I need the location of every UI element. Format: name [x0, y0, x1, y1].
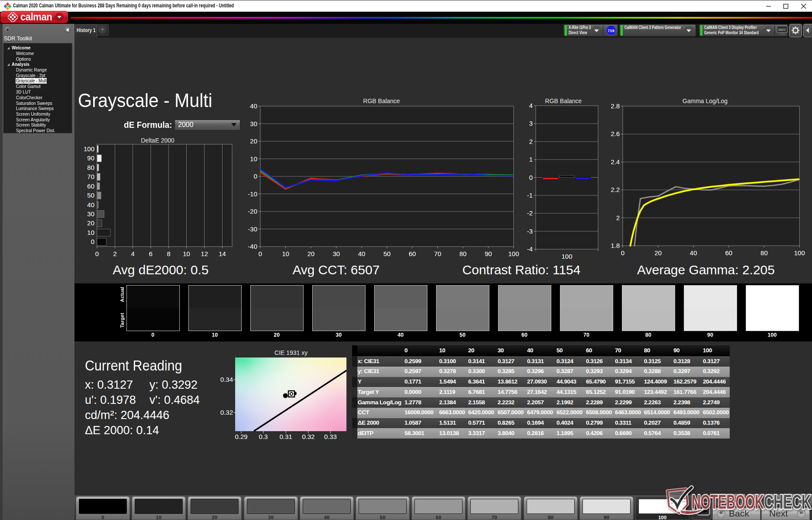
- svg-text:60: 60: [725, 249, 732, 257]
- svg-text:80: 80: [87, 164, 94, 171]
- svg-text:2.2: 2.2: [611, 186, 620, 193]
- svg-text:-3: -3: [527, 228, 533, 235]
- svg-text:20: 20: [87, 219, 94, 227]
- svg-text:3: 3: [529, 120, 533, 127]
- svg-text:-2: -2: [527, 209, 533, 217]
- svg-text:60: 60: [87, 182, 94, 190]
- svg-text:40: 40: [690, 249, 697, 257]
- svg-text:1.8: 1.8: [611, 242, 620, 249]
- svg-text:4: 4: [131, 250, 134, 257]
- svg-text:6: 6: [149, 250, 152, 257]
- svg-text:30: 30: [250, 120, 257, 127]
- svg-text:0: 0: [259, 250, 262, 257]
- svg-text:10: 10: [183, 250, 190, 257]
- svg-text:2: 2: [616, 214, 620, 221]
- svg-text:10: 10: [282, 250, 289, 257]
- svg-text:50: 50: [383, 250, 391, 257]
- svg-text:70: 70: [87, 173, 94, 180]
- svg-text:CHECK: CHECK: [764, 491, 811, 513]
- svg-text:30: 30: [87, 210, 94, 218]
- svg-text:0.29: 0.29: [235, 433, 247, 440]
- svg-text:8: 8: [167, 250, 170, 257]
- svg-text:20: 20: [307, 250, 315, 257]
- svg-text:40: 40: [250, 102, 257, 110]
- svg-text:-20: -20: [248, 208, 257, 215]
- svg-text:0.34: 0.34: [220, 376, 233, 383]
- svg-text:2.4: 2.4: [611, 158, 620, 166]
- svg-text:60: 60: [409, 250, 416, 257]
- svg-text:20: 20: [654, 249, 662, 257]
- svg-text:50: 50: [87, 192, 94, 199]
- svg-text:40: 40: [87, 201, 94, 208]
- svg-text:0: 0: [254, 172, 257, 180]
- svg-text:70: 70: [434, 250, 441, 257]
- svg-text:80: 80: [459, 250, 467, 257]
- svg-text:0.32: 0.32: [220, 409, 233, 416]
- svg-text:0: 0: [529, 174, 533, 181]
- svg-text:NOTEBOOK: NOTEBOOK: [692, 491, 764, 513]
- svg-text:0: 0: [91, 238, 94, 245]
- svg-text:80: 80: [760, 249, 768, 257]
- svg-text:90: 90: [485, 250, 492, 257]
- svg-text:30: 30: [333, 250, 340, 257]
- svg-text:40: 40: [358, 250, 366, 257]
- svg-text:100: 100: [84, 145, 94, 153]
- svg-text:-40: -40: [248, 243, 257, 250]
- svg-text:-4: -4: [527, 245, 533, 253]
- svg-text:4: 4: [529, 102, 533, 109]
- svg-text:0.32: 0.32: [302, 433, 314, 440]
- svg-text:10: 10: [87, 229, 94, 236]
- svg-text:90: 90: [87, 154, 94, 162]
- svg-text:100: 100: [561, 253, 572, 260]
- svg-text:12: 12: [201, 250, 208, 257]
- svg-text:-30: -30: [248, 225, 257, 233]
- svg-text:10: 10: [250, 155, 257, 162]
- svg-text:0: 0: [621, 249, 624, 257]
- svg-text:0: 0: [95, 250, 99, 257]
- svg-text:100: 100: [508, 250, 519, 257]
- svg-text:2.8: 2.8: [611, 102, 620, 110]
- svg-text:-10: -10: [248, 190, 257, 198]
- svg-text:0.3: 0.3: [259, 433, 268, 440]
- svg-text:14: 14: [219, 250, 226, 257]
- svg-text:2: 2: [113, 250, 116, 257]
- svg-text:0.33: 0.33: [324, 433, 336, 440]
- svg-text:0.31: 0.31: [279, 433, 292, 440]
- svg-text:2.6: 2.6: [611, 130, 620, 137]
- svg-text:100: 100: [794, 249, 805, 257]
- svg-text:1: 1: [529, 156, 533, 163]
- svg-text:-1: -1: [527, 192, 533, 199]
- svg-text:2: 2: [529, 138, 533, 145]
- svg-text:20: 20: [250, 137, 257, 145]
- svg-text:DDC: DDC: [778, 28, 786, 32]
